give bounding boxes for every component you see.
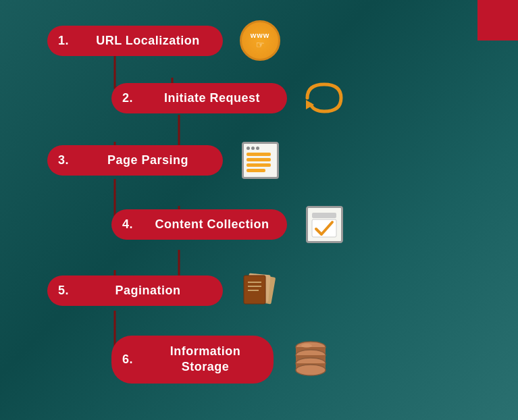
papers-icon [240, 270, 280, 311]
step-5-box: 5. Pagination [47, 275, 223, 306]
step-4-number: 4. [122, 217, 141, 232]
step-1-row: 1. URL Localization www ☞ [47, 20, 284, 61]
step-6-row: 6. InformationStorage [111, 336, 334, 384]
step-5-number: 5. [58, 284, 77, 298]
step-3-label: Page Parsing [89, 153, 207, 167]
checkmark-svg [311, 211, 338, 238]
step-1-number: 1. [58, 34, 77, 48]
step-4-icon-area [301, 206, 348, 243]
step-1-box: 1. URL Localization [47, 26, 223, 56]
step-4-box: 4. Content Collection [111, 209, 287, 240]
svg-point-16 [301, 344, 312, 348]
checkbox-icon [306, 206, 343, 243]
step-2-number: 2. [122, 91, 141, 105]
step-2-icon-area [301, 81, 348, 115]
step-6-box: 6. InformationStorage [111, 336, 274, 384]
step-6-label: InformationStorage [153, 344, 257, 375]
step-5-row: 5. Pagination [47, 270, 284, 311]
www-text: www [251, 31, 270, 39]
www-icon: www ☞ [240, 20, 280, 61]
step-2-box: 2. Initiate Request [111, 83, 287, 113]
step-3-number: 3. [58, 153, 77, 167]
svg-point-15 [296, 365, 326, 375]
page-parsing-icon [242, 142, 279, 179]
step-3-box: 3. Page Parsing [47, 145, 223, 176]
svg-rect-1 [312, 213, 336, 218]
step-2-label: Initiate Request [153, 91, 271, 105]
step-3-row: 3. Page Parsing [47, 142, 284, 179]
step-2-row: 2. Initiate Request [111, 81, 348, 115]
database-icon [289, 338, 333, 382]
step-4-row: 4. Content Collection [111, 206, 348, 243]
step-3-icon-area [236, 142, 284, 179]
step-6-number: 6. [122, 352, 141, 367]
step-1-icon-area: www ☞ [236, 20, 284, 61]
step-5-icon-area [236, 270, 284, 311]
step-4-label: Content Collection [153, 217, 271, 232]
step-6-icon-area [287, 338, 334, 382]
step-1-label: URL Localization [89, 34, 207, 48]
cursor-icon: ☞ [256, 39, 265, 50]
step-5-label: Pagination [89, 284, 207, 298]
loop-icon [301, 81, 348, 115]
